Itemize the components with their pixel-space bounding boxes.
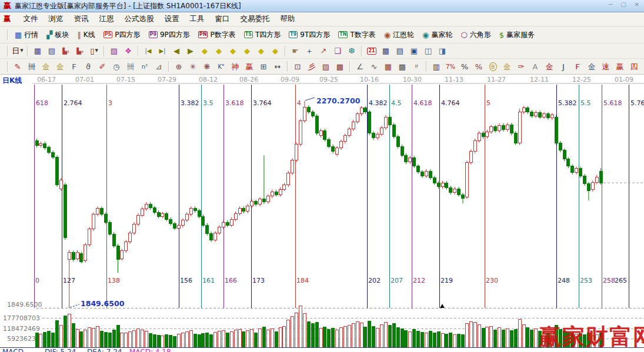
p9-square-button[interactable]: P99P四方形 (145, 28, 194, 41)
j-angle-button[interactable]: J (556, 60, 570, 73)
k-double-button[interactable]: K" (214, 60, 228, 73)
gold-grid1-button[interactable]: 金 (39, 60, 53, 73)
star-rays-button[interactable]: ✳ (186, 60, 200, 73)
last-page-button[interactable]: ▶| (155, 45, 169, 58)
t-square-button[interactable]: TST四方形 (240, 28, 285, 41)
gann-diamond-cross-button[interactable]: ◆ (254, 45, 268, 58)
kline-chart-canvas[interactable]: 06-1707-0107-1507-2908-1208-2609-0909-25… (0, 75, 644, 352)
hexagon-button[interactable]: ⬡六角形 (456, 28, 495, 41)
t9-square-button[interactable]: T99T四方形 (285, 28, 334, 41)
gann-diamond-v-button[interactable]: ◆ (240, 45, 254, 58)
gann-diamond-right-button[interactable]: ◆ (212, 45, 226, 58)
span-arrows-button[interactable]: ↔ (271, 60, 285, 73)
percent-line-button[interactable]: % (472, 60, 486, 73)
trend-angle-button[interactable]: ↗ (316, 45, 331, 58)
menu-item-2[interactable]: 资讯 (69, 13, 94, 25)
prev-page-button[interactable]: ◀ (169, 45, 183, 58)
percent-button[interactable]: % (458, 60, 472, 73)
chart-area[interactable]: 06-1707-0107-1507-2908-1208-2609-0909-25… (0, 75, 644, 352)
minimize-button[interactable]: ─ (609, 1, 612, 8)
seven-pct-button[interactable]: 7% (443, 60, 458, 73)
ruler123-button[interactable]: ⊞ (256, 60, 271, 73)
spider-web-button[interactable]: ❋ (200, 60, 214, 73)
p-square-button[interactable]: PSP四方形 (99, 28, 145, 41)
f-grid-button[interactable]: F (67, 60, 81, 73)
menu-item-7[interactable]: 窗口 (210, 13, 235, 25)
speed-angle-button[interactable]: 速 (599, 60, 613, 73)
gann-shape-button[interactable]: ▨ (107, 45, 121, 58)
single-candle-dropdown[interactable]: ▯▼ (87, 45, 101, 58)
menu-item-4[interactable]: 公式选股 (119, 13, 159, 25)
t-number-button[interactable]: TNT数字表 (334, 28, 380, 41)
gann-diamond-all-button[interactable]: ◆ (268, 45, 282, 58)
dense-grid-button[interactable]: ▦ (381, 60, 395, 73)
gold-grid2-button[interactable]: 金 (53, 60, 67, 73)
snapshot-button[interactable]: ◫ (421, 45, 435, 58)
shen-tool-button[interactable]: 神 (228, 60, 242, 73)
remote-button[interactable]: ◨ (435, 45, 449, 58)
first-page-button[interactable]: |◀ (141, 45, 155, 58)
menu-item-6[interactable]: 工具 (185, 13, 210, 25)
grid-tool-button[interactable]: 卌 (25, 60, 39, 73)
wave-abc-button[interactable]: A (528, 60, 542, 73)
four-angle-button[interactable]: 四 (627, 60, 641, 73)
sectors-button[interactable]: ▞板块 (42, 28, 73, 41)
high-annotation-text[interactable]: 2270.2700 (316, 96, 361, 105)
gold-angle-button[interactable]: 金 (585, 60, 599, 73)
pattern-search-button[interactable]: ❑ (331, 45, 345, 58)
ying-angle-button[interactable]: 赢 (613, 60, 627, 73)
mirror-angle-button[interactable]: ⊿ (152, 60, 166, 73)
menu-item-3[interactable]: 江恩 (94, 13, 119, 25)
menu-item-9[interactable]: 帮助 (275, 13, 301, 25)
slant-lines-button[interactable]: 〃 (409, 60, 423, 73)
gann-diamond-h-button[interactable]: ◆ (226, 45, 240, 58)
color-kline-button[interactable]: ❖ (121, 45, 135, 58)
shade-grid-button[interactable]: ▨ (319, 60, 333, 73)
multi-window-button[interactable]: ▦ (31, 45, 45, 58)
spiral-tool-button[interactable]: ϑ (81, 60, 95, 73)
n-square-button[interactable]: n² (138, 60, 152, 73)
calculator-button[interactable]: ▦ (379, 45, 393, 58)
menu-item-5[interactable]: 设置 (159, 13, 185, 25)
pencil-tool-button[interactable]: ✎ (11, 60, 25, 73)
winner-service-button[interactable]: $赢家服务 (495, 28, 539, 41)
quotes-button[interactable]: ▦行情 (11, 28, 42, 41)
menu-item-8[interactable]: 交易委托 (235, 13, 275, 25)
bars9-button[interactable]: ▙₉ (73, 45, 87, 58)
ying-tool-button[interactable]: 赢 (242, 60, 256, 73)
gann-circle-button[interactable]: ⊕ (172, 60, 186, 73)
price-scale-button[interactable]: ▥ (429, 60, 443, 73)
box-region-button[interactable]: ⊡ (291, 60, 305, 73)
clock-tool-button[interactable]: ◷ (109, 60, 124, 73)
gann-fan-button[interactable]: 彡 (305, 60, 319, 73)
kline-button[interactable]: ∥K线 (73, 28, 99, 41)
gann-diamond-left-button[interactable]: ◆ (198, 45, 212, 58)
info-panel-button[interactable]: ▤ (45, 45, 59, 58)
low-annotation-text[interactable]: 1849.6500 (81, 299, 125, 308)
f-angle-button[interactable]: F (570, 60, 585, 73)
time-grid-button[interactable]: 卌 (124, 60, 138, 73)
maximize-button[interactable]: ▢ (620, 1, 626, 8)
calendar-button[interactable]: 21 (365, 45, 379, 58)
period-day-dropdown[interactable]: 日▼ (11, 45, 25, 58)
ink-brush-button[interactable]: ✑ (514, 60, 528, 73)
hatch-grid-button[interactable]: ▩ (333, 60, 347, 73)
close-button[interactable]: ✕ (635, 1, 639, 8)
gold-red-button[interactable]: 金 (542, 60, 556, 73)
gold-lines-button[interactable]: 金 (500, 60, 514, 73)
zigzag-button[interactable]: ∿ (367, 60, 381, 73)
gold-circle-button[interactable]: 金 (486, 60, 500, 73)
crosshair-button[interactable]: ＋ (302, 45, 316, 58)
notepad-button[interactable]: ▤ (393, 45, 407, 58)
p-number-button[interactable]: PNP数字表 (194, 28, 240, 41)
menu-item-0[interactable]: 文件 (18, 13, 44, 25)
save-button[interactable]: ▣ (407, 45, 421, 58)
angle-line-button[interactable]: ∠ (353, 60, 367, 73)
block-grid-button[interactable]: ▩ (395, 60, 409, 73)
hand-tool-button[interactable]: ☛ (288, 45, 302, 58)
brush-tool-button[interactable]: ✐ (95, 60, 109, 73)
next-page-button[interactable]: ▶ (183, 45, 198, 58)
bars3-button[interactable]: ▙₃ (59, 45, 73, 58)
gann-wheel-button[interactable]: ◉江恩轮 (380, 28, 418, 41)
menu-item-1[interactable]: 浏览 (44, 13, 69, 25)
